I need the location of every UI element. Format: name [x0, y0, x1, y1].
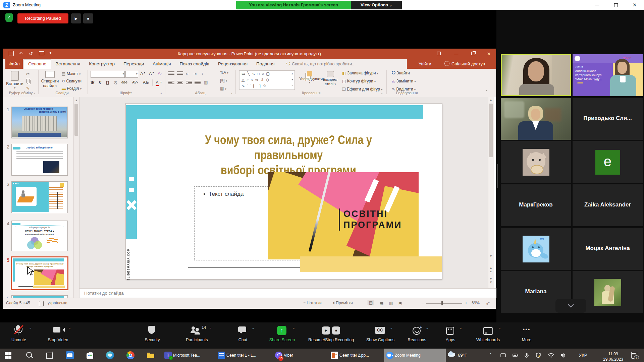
- format-painter-button[interactable]: ✎: [26, 86, 30, 91]
- ppt-close-button[interactable]: ✕: [481, 49, 496, 59]
- font-name-combobox[interactable]: ▾: [91, 71, 125, 78]
- align-center-button[interactable]: [177, 80, 183, 85]
- taskbar-zoom-button-active[interactable]: Zoom Meeting: [384, 349, 446, 362]
- zoom-slider-thumb[interactable]: [441, 301, 443, 305]
- decrease-indent-button[interactable]: ⇤: [186, 71, 189, 76]
- line-spacing-button[interactable]: ↕: [201, 71, 203, 76]
- align-right-button[interactable]: [186, 80, 192, 85]
- tile-narwhal-avatar[interactable]: ♥♥: [501, 228, 571, 270]
- minimize-button[interactable]: —: [588, 0, 606, 10]
- arrange-button[interactable]: Упорядкувати ▾: [299, 70, 320, 84]
- slide-thumbnail-3[interactable]: [11, 181, 68, 213]
- tray-pen-icon[interactable]: [500, 353, 506, 358]
- chrome-app-icon[interactable]: [126, 351, 135, 359]
- share-button[interactable]: Спільний доступ: [451, 61, 485, 66]
- thumbnails-scrollbar[interactable]: ▲: [73, 97, 79, 298]
- cut-button[interactable]: ✂: [26, 71, 30, 76]
- numbering-button[interactable]: [177, 71, 183, 75]
- increase-indent-button[interactable]: ⇥: [193, 71, 197, 76]
- recording-paused-indicator[interactable]: Recording Paused: [17, 13, 68, 23]
- yellow-rectangle-shape[interactable]: [300, 256, 442, 272]
- view-slideshow-button[interactable]: ▣: [398, 301, 402, 305]
- slide-thumbnail-2[interactable]: Любий абітурієнте!: [11, 144, 68, 176]
- previous-slide-button[interactable]: ▲▲: [488, 266, 493, 273]
- fit-to-window-button[interactable]: ⤢: [486, 301, 490, 305]
- video-tile-natalia[interactable]: [501, 54, 571, 96]
- tile-prykhodko[interactable]: Приходько Єли...: [573, 98, 643, 140]
- tab-home[interactable]: Основне: [23, 59, 51, 69]
- notification-center-icon[interactable]: 7: [631, 352, 638, 359]
- underline-button[interactable]: П: [106, 80, 109, 85]
- change-case-button[interactable]: Aa▾: [143, 80, 149, 85]
- taskbar-doc2-button[interactable]: Geen titel 2.pp...: [329, 349, 390, 362]
- apps-button[interactable]: ^ Apps: [430, 324, 471, 342]
- editor-scrollbar[interactable]: ▲ ▼ ▲▲ ▼▼: [488, 97, 494, 288]
- tray-battery-icon[interactable]: [513, 353, 519, 358]
- tile-zaika[interactable]: Zaika Aleksander: [573, 184, 643, 226]
- more-button[interactable]: ••• More: [506, 324, 547, 342]
- current-slide[interactable]: У чому твоя сила, друже? Сила у правильн…: [126, 104, 442, 279]
- grow-font-button[interactable]: A▲: [140, 71, 146, 76]
- unmute-button[interactable]: ^ Unmute: [0, 324, 39, 342]
- search-icon[interactable]: [25, 351, 34, 359]
- task-view-icon[interactable]: [46, 351, 54, 359]
- sign-in-link[interactable]: Увійти: [419, 61, 431, 66]
- tile-markgrekov[interactable]: МаркГреков: [501, 184, 571, 226]
- tab-animations[interactable]: Анімація: [148, 59, 175, 69]
- text-direction-button[interactable]: ⇅A ▾: [220, 70, 228, 75]
- tray-speaker-icon[interactable]: [561, 353, 566, 358]
- tab-file[interactable]: Файл: [5, 59, 23, 69]
- stop-recording-button[interactable]: ■: [83, 13, 93, 23]
- drawing-dialog-launcher[interactable]: ⌟: [381, 91, 382, 94]
- tell-me-box[interactable]: Скажіть, що потрібно зробити...: [286, 61, 356, 66]
- notes-toggle[interactable]: ≡ Нотатки: [303, 301, 322, 305]
- quick-styles-button[interactable]: Експрес- стилі ▾: [321, 70, 339, 86]
- video-tile-speaker2[interactable]: ФІСФ Літня онлайн-школа кар'єрного консу…: [573, 54, 643, 96]
- shrink-font-button[interactable]: A▼: [149, 71, 155, 76]
- zoom-slider-track[interactable]: [426, 303, 462, 304]
- resume-recording-button[interactable]: ▶: [71, 13, 81, 23]
- tab-design[interactable]: Конструктор: [85, 59, 119, 69]
- recording-controls-button[interactable]: ▶■ Resume/Stop Recording: [292, 324, 370, 342]
- tray-expand-caret[interactable]: ⌃: [489, 353, 492, 357]
- italic-button[interactable]: К: [99, 80, 101, 85]
- chat-button[interactable]: ^ Chat: [223, 324, 263, 342]
- view-normal-button[interactable]: ▤: [368, 300, 374, 305]
- font-color-button[interactable]: A: [156, 80, 159, 86]
- columns-button[interactable]: ▥: [204, 80, 208, 85]
- zoom-out-button[interactable]: −: [421, 301, 424, 305]
- ribbon-display-options-icon[interactable]: [431, 49, 446, 59]
- align-text-button[interactable]: [≡] ▾: [220, 78, 227, 83]
- tray-shield-icon[interactable]: [536, 353, 541, 358]
- zoom-in-button[interactable]: +: [465, 301, 467, 305]
- participants-button[interactable]: 14 ^ Participants: [177, 324, 217, 342]
- tile-cat-avatar[interactable]: [501, 141, 571, 183]
- smartart-button[interactable]: ▦ ▾: [220, 86, 226, 91]
- mail-app-icon[interactable]: [66, 351, 74, 359]
- comments-toggle[interactable]: ⏴ Примітки: [333, 301, 353, 305]
- next-slide-button[interactable]: ▼▼: [488, 277, 493, 284]
- language-indicator[interactable]: українська: [48, 301, 67, 305]
- video-tile-speaker3[interactable]: [501, 98, 571, 140]
- reset-button[interactable]: ↺ Скинути: [62, 79, 82, 83]
- tray-language[interactable]: УКР: [579, 349, 587, 362]
- taskbar-teams-button[interactable]: T ✓ Microsoft Tea...: [162, 349, 223, 362]
- font-dialog-launcher[interactable]: ⌟: [160, 91, 162, 94]
- clipboard-dialog-launcher[interactable]: ⌟: [34, 91, 35, 94]
- ppt-restore-button[interactable]: [466, 49, 480, 59]
- font-color-dropdown[interactable]: ▾: [160, 81, 162, 84]
- file-explorer-icon[interactable]: [147, 351, 155, 359]
- tile-letter-avatar[interactable]: e: [573, 141, 643, 183]
- horizontal-line-shape[interactable]: [188, 267, 300, 268]
- ppt-minimize-button[interactable]: —: [449, 49, 464, 59]
- close-button[interactable]: ✕: [625, 0, 644, 10]
- stop-video-button[interactable]: ^ Stop Video: [38, 324, 78, 342]
- shape-outline-button[interactable]: ▢ Контур фігури ▾: [342, 79, 376, 83]
- tab-view[interactable]: Подання: [252, 59, 279, 69]
- character-spacing-button[interactable]: AV▾: [132, 80, 138, 84]
- bullets-button[interactable]: [168, 71, 174, 75]
- bold-button[interactable]: Ж: [91, 80, 95, 85]
- scroll-participants-button[interactable]: [555, 299, 586, 313]
- clear-formatting-button[interactable]: A̷: [158, 71, 161, 76]
- tab-transitions[interactable]: Переходи: [119, 59, 148, 69]
